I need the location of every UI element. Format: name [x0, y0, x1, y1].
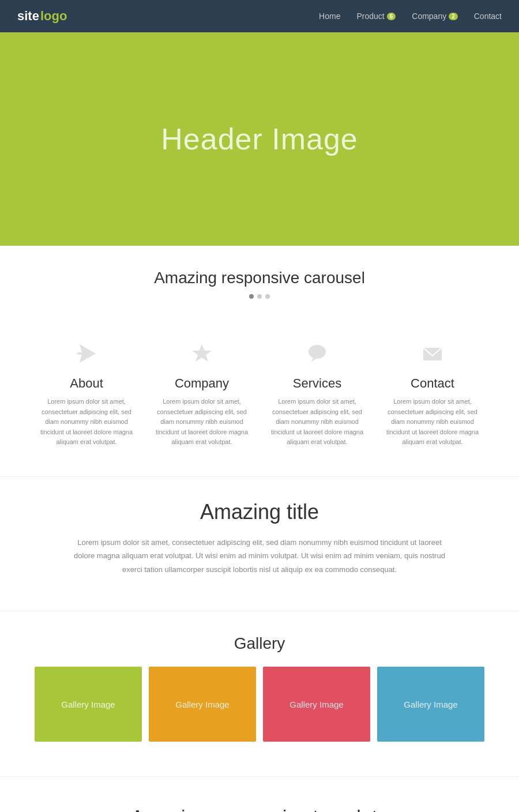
template-title: Amazing responsive template	[69, 806, 450, 812]
gallery-item-4[interactable]: Gallery Image	[377, 667, 484, 742]
feature-services-title: Services	[265, 376, 369, 391]
nav-company[interactable]: Company 2	[412, 12, 457, 21]
nav-company-badge: 2	[449, 13, 458, 20]
nav-company-label: Company	[412, 12, 446, 21]
nav-home[interactable]: Home	[319, 12, 340, 21]
gallery-item-2-label: Gallery Image	[175, 700, 229, 709]
nav-contact[interactable]: Contact	[474, 12, 502, 21]
feature-about: About Lorem ipsum dolor sit amet, consec…	[35, 339, 138, 448]
hero-section: Header Image	[0, 32, 519, 246]
nav-product-label: Product	[356, 12, 384, 21]
nav-home-label: Home	[319, 12, 340, 21]
navbar: sitelogo Home Product 6 Company 2 Contac…	[0, 0, 519, 32]
feature-contact: Contact Lorem ipsum dolor sit amet, cons…	[381, 339, 484, 448]
carousel-dots	[35, 294, 484, 299]
nav-contact-label: Contact	[474, 12, 502, 21]
amazing-title: Amazing title	[69, 500, 450, 524]
gallery-item-2[interactable]: Gallery Image	[149, 667, 256, 742]
carousel-dot-1[interactable]	[249, 294, 254, 299]
gallery-item-1-label: Gallery Image	[61, 700, 115, 709]
logo-logo-text: logo	[40, 9, 67, 24]
logo-site-text: site	[17, 9, 39, 24]
plane-icon	[35, 339, 138, 368]
carousel-section: Amazing responsive carousel	[0, 246, 519, 328]
feature-company-desc: Lorem ipsum dolor sit amet, consectetuer…	[150, 397, 254, 448]
main-content: Amazing responsive carousel About Lorem …	[0, 246, 519, 812]
amazing-desc: Lorem ipsum dolor sit amet, consectetuer…	[69, 536, 450, 576]
gallery-item-3-label: Gallery Image	[289, 700, 343, 709]
carousel-dot-2[interactable]	[257, 294, 262, 299]
gallery-title: Gallery	[35, 634, 484, 653]
gallery-grid: Gallery Image Gallery Image Gallery Imag…	[35, 667, 484, 742]
nav-product-badge: 6	[387, 13, 396, 20]
feature-contact-title: Contact	[381, 376, 484, 391]
template-section: Amazing responsive template Lorem ipsum …	[0, 776, 519, 812]
gallery-item-4-label: Gallery Image	[404, 700, 457, 709]
carousel-title: Amazing responsive carousel	[35, 269, 484, 287]
gallery-section: Gallery Gallery Image Gallery Image Gall…	[0, 611, 519, 776]
carousel-dot-3[interactable]	[265, 294, 270, 299]
nav-product[interactable]: Product 6	[356, 12, 396, 21]
feature-services: Services Lorem ipsum dolor sit amet, con…	[265, 339, 369, 448]
svg-point-1	[309, 345, 326, 359]
gallery-item-3[interactable]: Gallery Image	[263, 667, 370, 742]
envelope-icon	[381, 339, 484, 368]
nav-links: Home Product 6 Company 2 Contact	[319, 12, 502, 21]
feature-contact-desc: Lorem ipsum dolor sit amet, consectetuer…	[381, 397, 484, 448]
star-icon	[150, 339, 254, 368]
hero-title: Header Image	[161, 122, 358, 156]
logo[interactable]: sitelogo	[17, 9, 67, 24]
svg-marker-0	[192, 344, 212, 362]
feature-services-desc: Lorem ipsum dolor sit amet, consectetuer…	[265, 397, 369, 448]
feature-about-title: About	[35, 376, 138, 391]
gallery-item-1[interactable]: Gallery Image	[35, 667, 142, 742]
amazing-section: Amazing title Lorem ipsum dolor sit amet…	[0, 476, 519, 611]
bubble-icon	[265, 339, 369, 368]
features-grid: About Lorem ipsum dolor sit amet, consec…	[0, 328, 519, 476]
feature-company: Company Lorem ipsum dolor sit amet, cons…	[150, 339, 254, 448]
feature-about-desc: Lorem ipsum dolor sit amet, consectetuer…	[35, 397, 138, 448]
feature-company-title: Company	[150, 376, 254, 391]
